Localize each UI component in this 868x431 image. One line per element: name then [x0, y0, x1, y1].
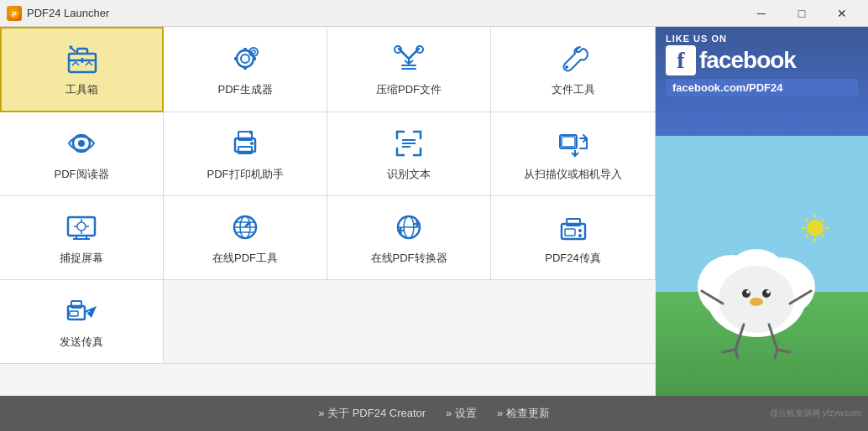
- send-fax-icon: [65, 294, 98, 328]
- grid-item-online-pdf-tools[interactable]: 在线PDF工具: [164, 196, 327, 280]
- grid-spacer: [0, 364, 656, 396]
- facebook-logo-row: f facebook: [666, 45, 796, 75]
- grid-item-ocr[interactable]: 识别文本: [327, 112, 491, 196]
- svg-rect-26: [562, 137, 575, 147]
- grid-item-pdf-reader[interactable]: PDF阅读器: [0, 112, 164, 196]
- mascot-area: [656, 136, 868, 396]
- svg-point-6: [241, 55, 249, 63]
- grid-item-pdf-printer[interactable]: PDF打印机助手: [164, 112, 327, 196]
- online-converter-label: 在线PDF转换器: [371, 251, 447, 266]
- svg-point-21: [250, 142, 254, 145]
- empty-cell-3: [492, 280, 656, 364]
- watermark: @云帆资源网 yfzyw.com: [770, 408, 861, 419]
- svg-rect-8: [243, 66, 247, 70]
- svg-point-59: [766, 290, 770, 293]
- window-title: PDF24 Launcher: [27, 7, 742, 19]
- scan-import-icon: [557, 127, 590, 160]
- about-link[interactable]: » 关于 PDF24 Creator: [318, 406, 426, 421]
- sidebar: LIKE US ON f facebook facebook.com/PDF24: [656, 27, 868, 396]
- pdf-creator-label: PDF生成器: [218, 82, 273, 97]
- compress-icon: [392, 42, 426, 75]
- online-pdf-tools-icon: [228, 210, 262, 244]
- grid-item-pdf-creator[interactable]: PDF生成器: [164, 27, 327, 112]
- grid-item-toolbox[interactable]: 工具箱: [0, 27, 164, 112]
- online-pdf-tools-label: 在线PDF工具: [212, 251, 278, 266]
- svg-line-74: [806, 219, 808, 221]
- toolbox-label: 工具箱: [65, 82, 98, 97]
- svg-line-64: [735, 350, 738, 358]
- pdf-reader-icon: [65, 127, 98, 160]
- svg-point-57: [762, 289, 771, 298]
- svg-point-15: [565, 65, 568, 69]
- window-controls: ─ □ ✕: [742, 0, 861, 27]
- svg-point-5: [237, 50, 254, 67]
- svg-rect-7: [243, 48, 247, 51]
- svg-line-65: [777, 350, 790, 352]
- pdf-printer-icon: [228, 127, 262, 160]
- settings-link[interactable]: » 设置: [446, 406, 477, 421]
- svg-point-69: [807, 220, 824, 236]
- svg-line-63: [723, 350, 735, 352]
- svg-point-30: [77, 222, 86, 231]
- grid-item-pdf24-fax[interactable]: PDF24传真: [491, 196, 655, 280]
- svg-line-75: [822, 235, 824, 237]
- like-us-text: LIKE US ON: [666, 34, 727, 44]
- file-tools-icon: [557, 42, 590, 75]
- update-link[interactable]: » 检查更新: [497, 406, 550, 421]
- svg-point-46: [578, 229, 582, 232]
- facebook-url: facebook.com/PDF24: [666, 79, 858, 96]
- grid-item-file-tools[interactable]: 文件工具: [491, 27, 655, 112]
- footer: » 关于 PDF24 Creator » 设置 » 检查更新 @云帆资源网 yf…: [0, 396, 868, 431]
- grid-item-scan-import[interactable]: 从扫描仪或相机导入: [491, 112, 655, 196]
- svg-rect-45: [565, 229, 575, 236]
- svg-rect-10: [253, 57, 256, 60]
- ocr-icon: [392, 127, 426, 160]
- svg-point-12: [252, 50, 255, 54]
- facebook-banner[interactable]: LIKE US ON f facebook facebook.com/PDF24: [656, 27, 868, 136]
- close-button[interactable]: ✕: [823, 0, 861, 27]
- pdf-creator-icon: [228, 42, 262, 75]
- online-converter-icon: [392, 210, 426, 244]
- empty-cell-2: [328, 280, 492, 364]
- facebook-name: facebook: [699, 47, 796, 74]
- svg-point-56: [742, 289, 750, 298]
- facebook-f-logo: f: [666, 45, 696, 75]
- pdf24-fax-label: PDF24传真: [545, 251, 600, 266]
- svg-point-58: [746, 290, 750, 293]
- svg-line-76: [822, 219, 824, 221]
- main-content: 工具箱 PDF生成器: [0, 27, 868, 396]
- ocr-label: 识别文本: [387, 167, 431, 182]
- send-fax-label: 发送传真: [60, 335, 103, 350]
- grid-item-capture-screen[interactable]: 捕捉屏幕: [0, 196, 164, 280]
- svg-point-17: [78, 140, 85, 147]
- grid-last-row: 发送传真: [0, 280, 656, 364]
- minimize-button[interactable]: ─: [742, 0, 781, 27]
- svg-rect-9: [234, 57, 238, 60]
- titlebar: P PDF24 Launcher ─ □ ✕: [0, 0, 868, 27]
- scan-import-label: 从扫描仪或相机导入: [524, 167, 622, 182]
- mascot-illustration: [672, 195, 840, 387]
- grid-item-online-converter[interactable]: 在线PDF转换器: [327, 196, 491, 280]
- tools-grid: 工具箱 PDF生成器: [0, 27, 656, 280]
- pdf-printer-label: PDF打印机助手: [207, 167, 284, 182]
- pdf-reader-label: PDF阅读器: [55, 167, 109, 182]
- grid-item-compress[interactable]: 压缩PDF文件: [327, 27, 491, 112]
- pdf24-fax-icon: [557, 210, 590, 244]
- svg-rect-50: [70, 311, 78, 316]
- capture-screen-label: 捕捉屏幕: [60, 251, 103, 266]
- maximize-button[interactable]: □: [782, 0, 821, 27]
- svg-text:P: P: [12, 10, 17, 18]
- app-icon: P: [7, 6, 22, 21]
- grid-item-send-fax[interactable]: 发送传真: [0, 280, 164, 364]
- tools-grid-area: 工具箱 PDF生成器: [0, 27, 656, 396]
- file-tools-label: 文件工具: [552, 82, 595, 97]
- empty-cell-1: [164, 280, 327, 364]
- svg-point-47: [578, 234, 582, 237]
- svg-line-66: [775, 350, 777, 358]
- svg-point-60: [750, 298, 763, 306]
- toolbox-icon: [65, 42, 99, 75]
- compress-label: 压缩PDF文件: [376, 82, 442, 97]
- capture-screen-icon: [65, 210, 98, 244]
- svg-line-77: [806, 235, 808, 237]
